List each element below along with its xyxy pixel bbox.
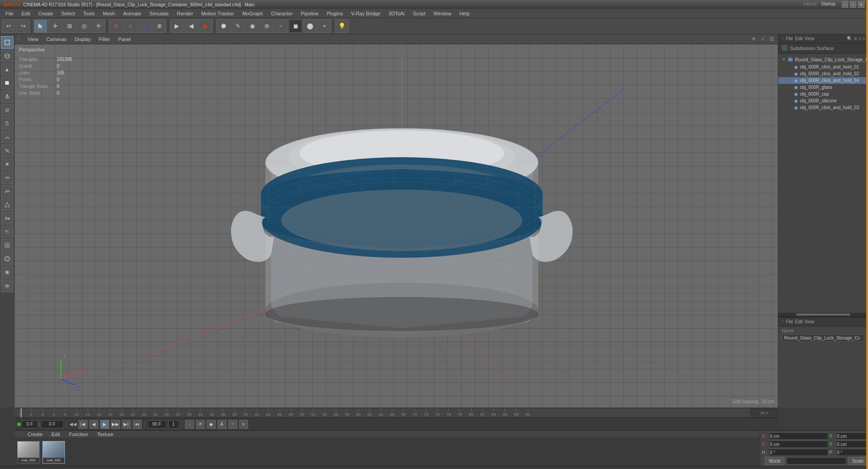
left-tool-6[interactable]: S — [1, 117, 14, 130]
menu-3dtoai[interactable]: 3DToAI — [385, 10, 408, 17]
attr-menu-view[interactable]: View — [804, 319, 814, 324]
menu-mesh[interactable]: Mesh — [99, 10, 119, 17]
tool-undo[interactable]: ↩ — [2, 19, 15, 33]
tool-move[interactable]: ✛ — [48, 19, 62, 33]
tree-item-6[interactable]: ▶ ◉ obj_600R_click_and_hold_03 — [778, 104, 868, 111]
mat-menu-texture[interactable]: Texture — [93, 431, 117, 438]
left-tool-7[interactable] — [1, 131, 14, 143]
tree-item-4[interactable]: ▶ ◉ obj_600R_cap — [778, 91, 868, 97]
menu-create[interactable]: Create — [35, 10, 57, 17]
tool-point[interactable]: ⬤ — [303, 19, 317, 33]
menu-pipeline[interactable]: Pipeline — [297, 10, 322, 17]
world-button[interactable]: World — [765, 457, 785, 465]
mat-menu-function[interactable]: Function — [65, 431, 92, 438]
tool-redo[interactable]: ↪ — [16, 19, 30, 33]
tool-render[interactable]: ▶ — [199, 19, 212, 33]
menu-render[interactable]: Render — [173, 10, 197, 17]
tree-item-2[interactable]: ▶ ◉ obj_600R_click_and_hold_04 — [778, 77, 868, 84]
scale-button[interactable]: Scale — [848, 457, 868, 465]
hierarchy-menu-edit[interactable]: Edit — [795, 36, 803, 41]
tool-cube[interactable]: ⬢ — [217, 19, 230, 33]
hierarchy-menu-view[interactable]: View — [804, 36, 814, 41]
transport-prev-frame[interactable]: ◀ — [89, 420, 98, 429]
tool-spline[interactable]: ~ — [274, 19, 288, 33]
transport-goto-end[interactable]: ⏮ — [133, 420, 142, 429]
left-tool-10[interactable] — [1, 171, 14, 184]
hierarchy-menu-file[interactable]: File — [786, 36, 793, 41]
left-tool-11[interactable] — [1, 185, 14, 198]
tool-scale[interactable]: ⊞ — [63, 19, 76, 33]
tool-rotate[interactable]: ◎ — [77, 19, 91, 33]
menu-vray[interactable]: V-Ray Bridge — [347, 10, 384, 17]
viewport-icon-arrows[interactable]: ⤢ — [759, 36, 766, 43]
left-tool-17[interactable] — [1, 266, 14, 279]
left-tool-paint[interactable]: 🔲 — [1, 77, 14, 89]
material-thumb-mat600-glass[interactable]: mat_600 — [42, 441, 65, 464]
menu-edit[interactable]: Edit — [18, 10, 34, 17]
viewport-canvas[interactable]: Y X Z Grid Spacing : 10 cm — [14, 44, 778, 408]
attr-menu-edit[interactable]: Edit — [795, 319, 803, 324]
mat-menu-create[interactable]: Create — [24, 431, 46, 438]
maximize-button[interactable]: □ — [850, 1, 856, 8]
tool-render-region[interactable]: ◀ — [185, 19, 198, 33]
menu-simulate[interactable]: Simulate — [146, 10, 172, 17]
left-tool-15[interactable] — [1, 239, 14, 252]
left-tool-sculpt[interactable] — [1, 90, 14, 103]
menu-animate[interactable]: Animate — [120, 10, 145, 17]
left-tool-vertex[interactable]: ▲ — [1, 63, 14, 76]
tree-item-1[interactable]: ▶ ◉ obj_600R_click_and_hold_02 — [778, 70, 868, 77]
tool-polygon[interactable]: ◼ — [289, 19, 302, 33]
transport-autokey[interactable]: A — [217, 420, 226, 429]
hierarchy-icon-3[interactable]: ≡ — [859, 36, 861, 41]
scale-y-input[interactable] — [836, 441, 868, 448]
close-button[interactable]: ✕ — [858, 1, 864, 8]
left-tool-18[interactable] — [1, 280, 14, 292]
tool-edit[interactable]: ✎ — [231, 19, 245, 33]
viewport-menu-cameras[interactable]: Cameras — [43, 36, 70, 43]
tool-texture[interactable]: ⊛ — [260, 19, 273, 33]
transport-play-reverse[interactable]: ▶▶ — [111, 420, 120, 429]
left-tool-8[interactable] — [1, 144, 14, 157]
tree-item-root[interactable]: ▼ Round_Glass_Clip_Lock_Storage_C — [778, 55, 868, 64]
left-tool-12[interactable] — [1, 198, 14, 211]
transport-goto-start[interactable]: |◀ — [78, 420, 88, 429]
hierarchy-icon-4[interactable]: ≡ — [863, 36, 865, 41]
menu-script[interactable]: Script — [409, 10, 429, 17]
frame-range-input[interactable] — [41, 420, 64, 428]
tool-y[interactable]: ○ — [124, 19, 137, 33]
menu-motion-tracker[interactable]: Motion Tracker — [198, 10, 238, 17]
hierarchy-search-icon[interactable]: 🔍 — [847, 36, 852, 41]
menu-file[interactable]: File — [2, 10, 17, 17]
left-tool-5[interactable]: ⊘ — [1, 104, 14, 116]
menu-plugins[interactable]: Plugins — [323, 10, 346, 17]
tree-item-0[interactable]: ▶ ◉ obj_600R_click_and_hold_01 — [778, 64, 868, 70]
menu-tools[interactable]: Tools — [79, 10, 98, 17]
rot-p-input[interactable] — [836, 449, 868, 456]
tool-edge[interactable]: ▪ — [318, 19, 331, 33]
transport-record[interactable]: ● — [185, 420, 194, 429]
viewport-menu-display[interactable]: Display — [71, 36, 94, 43]
current-frame-input[interactable] — [22, 420, 38, 428]
left-tool-9[interactable] — [1, 158, 14, 170]
transport-loop[interactable]: ⟳ — [196, 420, 205, 429]
world-x-input[interactable] — [786, 457, 846, 464]
menu-select[interactable]: Select — [58, 10, 79, 17]
tool-material[interactable]: ◉ — [245, 19, 259, 33]
hierarchy-icon-2[interactable]: ⊕ — [854, 36, 857, 41]
left-tool-16[interactable] — [1, 253, 14, 265]
playhead[interactable] — [21, 408, 22, 418]
tool-z[interactable]: △ — [138, 19, 152, 33]
transport-curves[interactable]: ~ — [228, 420, 237, 429]
viewport-icon-plus[interactable]: ✛ — [750, 36, 757, 43]
transport-next-frame[interactable]: ▶| — [122, 420, 131, 429]
viewport-menu-view[interactable]: View — [24, 36, 42, 43]
viewport-icon-layout[interactable]: ⊡ — [768, 36, 775, 43]
viewport[interactable]: ⠿ View Cameras Display Filter Panel ✛ ⤢ … — [14, 34, 778, 408]
viewport-menu-panel[interactable]: Panel — [115, 36, 134, 43]
fps-input[interactable] — [168, 420, 179, 428]
viewport-menu-filter[interactable]: Filter — [95, 36, 113, 43]
tool-transform[interactable]: ✛ — [92, 19, 105, 33]
left-tool-14[interactable] — [1, 225, 14, 238]
pos-y-input[interactable] — [836, 432, 868, 440]
menu-help[interactable]: Help — [456, 10, 473, 17]
